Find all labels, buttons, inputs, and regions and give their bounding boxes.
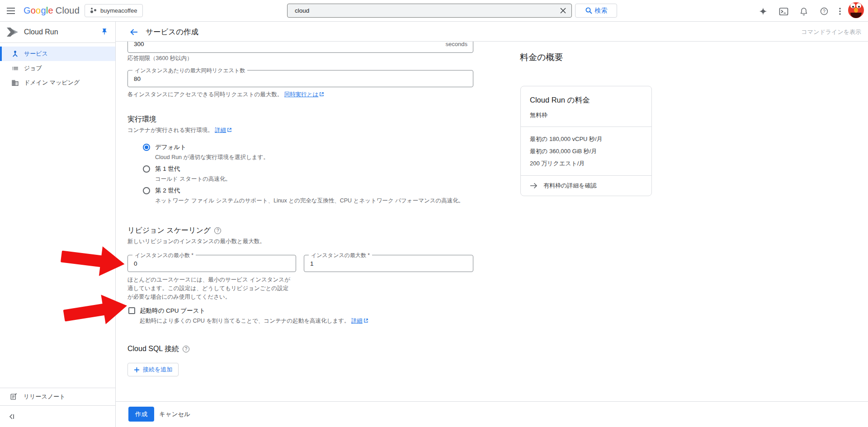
pricing-heading: 料金の概要: [520, 52, 563, 63]
min-instances-field[interactable]: インスタンスの最小数 * 0: [127, 255, 296, 272]
radio-option-label: 第 2 世代: [155, 187, 464, 195]
concurrency-helper: 各インスタンスにアクセスできる同時リクエストの最大数。 同時実行とは: [127, 91, 324, 99]
execution-env-title: 実行環境: [127, 115, 156, 124]
project-selector[interactable]: buymeacoffee: [85, 4, 143, 17]
add-connection-button[interactable]: 接続を追加: [127, 363, 179, 376]
avatar-eye: [850, 3, 855, 8]
timeout-helper: 応答期限（3600 秒以内）: [127, 55, 193, 62]
sidebar-item-label: サービス: [24, 50, 48, 58]
request-timeout-field[interactable]: 300 seconds: [127, 42, 473, 53]
revision-scaling-subtitle: 新しいリビジョンのインスタンスの最小数と最大数。: [127, 238, 265, 245]
execution-env-subtitle: コンテナが実行される実行環境。 詳細: [127, 127, 232, 134]
search-button[interactable]: 検索: [575, 4, 617, 18]
more-options-icon[interactable]: [835, 6, 845, 16]
search-input[interactable]: cloud: [287, 4, 572, 18]
radio-unselected-icon[interactable]: [143, 187, 150, 194]
search-icon: [585, 7, 593, 14]
cancel-button[interactable]: キャンセル: [159, 410, 190, 418]
main-menu-icon[interactable]: [5, 6, 16, 16]
paid-tier-details-label: 有料枠の詳細を確認: [543, 182, 597, 190]
help-circle-icon[interactable]: [183, 346, 189, 352]
pin-icon[interactable]: [101, 28, 108, 35]
pricing-card-header: Cloud Run の料金 無料枠: [521, 86, 651, 127]
radio-unselected-icon[interactable]: [143, 165, 150, 173]
arrow-right-icon: [530, 183, 538, 189]
google-cloud-logo[interactable]: GoogleCloud: [24, 5, 80, 16]
cpu-boost-checkbox[interactable]: [128, 307, 135, 314]
gemini-sparkle-icon[interactable]: [758, 6, 768, 16]
help-circle-icon[interactable]: [214, 227, 221, 234]
radio-option-desc: コールド スタートの高速化。: [155, 175, 231, 183]
cloud-run-logo-icon: [6, 27, 19, 38]
free-tier-label: 無料枠: [530, 111, 642, 119]
sidebar-product-header: Cloud Run: [0, 22, 115, 43]
product-title: Cloud Run: [24, 28, 58, 36]
sidebar-item-jobs[interactable]: ジョブ: [0, 61, 115, 75]
radio-option-desc: ネットワーク ファイル システムのサポート、Linux との完全な互換性、CPU…: [155, 197, 464, 205]
max-instances-label: インスタンスの最大数 *: [309, 252, 372, 259]
scaling-helper: ほとんどのユースケースには、最小のサービス インスタンスが 適しています。この設…: [127, 276, 290, 301]
pricing-line: 最初の 180,000 vCPU 秒/月: [530, 133, 642, 145]
logo-letter: e: [48, 5, 53, 15]
cloud-sql-title: Cloud SQL 接続: [127, 344, 189, 354]
project-icon: [90, 8, 96, 14]
revision-scaling-title-text: リビジョン スケーリング: [127, 226, 211, 235]
timeout-value[interactable]: 300: [128, 42, 473, 52]
cloud-shell-icon[interactable]: [778, 6, 788, 16]
max-concurrency-field[interactable]: インスタンスあたりの最大同時リクエスト数 80: [127, 70, 473, 87]
sidebar-item-domain-mappings[interactable]: ドメイン マッピング: [0, 75, 115, 90]
min-instances-label: インスタンスの最小数 *: [132, 252, 196, 259]
external-link-icon: [363, 318, 368, 323]
plus-icon: [134, 367, 140, 373]
sidebar-nav: サービス ジョブ ドメイン マッピング: [0, 43, 115, 90]
cpu-boost-label[interactable]: 起動時の CPU ブースト: [140, 307, 205, 315]
services-icon: [11, 50, 19, 58]
sidebar-item-label: ドメイン マッピング: [24, 79, 80, 87]
collapse-sidebar-icon: [8, 413, 15, 420]
logo-cloud-text: Cloud: [56, 5, 80, 15]
radio-selected-icon[interactable]: [143, 144, 150, 151]
page-header: サービスの作成 コマンドラインを表示: [116, 22, 868, 42]
radio-option-gen1[interactable]: 第 1 世代 コールド スタートの高速化。: [143, 165, 231, 183]
radio-option-label: デフォルト: [155, 143, 269, 151]
pricing-card: Cloud Run の料金 無料枠 最初の 180,000 vCPU 秒/月 最…: [520, 86, 652, 196]
execution-env-subtitle-text: コンテナが実行される実行環境。: [127, 127, 213, 133]
project-name: buymeacoffee: [100, 7, 137, 14]
cpu-boost-details-link[interactable]: 詳細: [351, 318, 363, 324]
cloud-sql-title-text: Cloud SQL 接続: [127, 344, 179, 354]
help-icon[interactable]: ?: [819, 6, 829, 16]
radio-option-default[interactable]: デフォルト Cloud Run が適切な実行環境を選択します。: [143, 143, 269, 161]
sidebar: Cloud Run サービス ジョブ ドメ: [0, 22, 116, 427]
max-instances-field[interactable]: インスタンスの最大数 * 1: [304, 255, 473, 272]
paid-tier-details-link[interactable]: 有料枠の詳細を確認: [521, 176, 651, 196]
sidebar-collapse-button[interactable]: [0, 405, 115, 427]
release-notes-icon: [10, 393, 18, 401]
pricing-line: 最初の 360,000 GiB 秒/月: [530, 145, 642, 157]
user-avatar[interactable]: [848, 2, 864, 18]
avatar-nose: [854, 8, 858, 13]
pricing-card-title: Cloud Run の料金: [530, 95, 642, 105]
sidebar-item-label: リリースノート: [24, 393, 66, 401]
avatar-mouth: [850, 13, 862, 18]
about-concurrency-link[interactable]: 同時実行とは: [284, 91, 319, 98]
add-connection-label: 接続を追加: [143, 366, 172, 374]
logo-letter: g: [41, 5, 46, 15]
revision-scaling-title: リビジョン スケーリング: [127, 226, 221, 235]
execution-env-details-link[interactable]: 詳細: [215, 127, 226, 133]
notifications-bell-icon[interactable]: [799, 6, 809, 16]
timeout-unit: seconds: [446, 42, 467, 52]
page-title: サービスの作成: [146, 27, 198, 37]
pricing-lines: 最初の 180,000 vCPU 秒/月 最初の 360,000 GiB 秒/月…: [521, 127, 651, 175]
search-button-label: 検索: [595, 7, 608, 15]
sidebar-item-release-notes[interactable]: リリースノート: [0, 388, 115, 405]
radio-option-gen2[interactable]: 第 2 世代 ネットワーク ファイル システムのサポート、Linux との完全な…: [143, 187, 464, 205]
sidebar-item-services[interactable]: サービス: [0, 47, 115, 61]
show-command-line-button: コマンドラインを表示: [802, 28, 861, 36]
form-action-bar: 作成 キャンセル: [116, 401, 868, 427]
external-link-icon: [319, 92, 324, 97]
back-arrow-icon[interactable]: [128, 27, 139, 38]
search-value[interactable]: cloud: [288, 7, 556, 14]
create-button[interactable]: 作成: [128, 407, 154, 422]
clear-search-icon[interactable]: [556, 4, 570, 18]
avatar-eye: [856, 3, 861, 8]
